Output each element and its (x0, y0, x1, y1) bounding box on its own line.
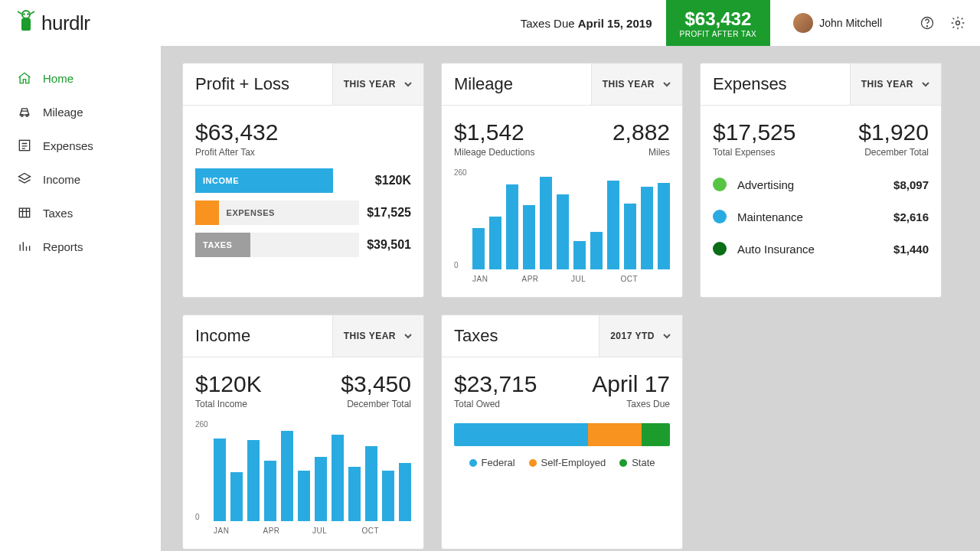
sidebar-item-reports[interactable]: Reports (0, 230, 161, 263)
sidebar-item-taxes[interactable]: Taxes (0, 196, 161, 230)
chart-bar (382, 471, 394, 521)
chart-bar (315, 457, 327, 521)
sidebar-item-expenses[interactable]: Expenses (0, 129, 161, 162)
chart-bar (298, 471, 310, 521)
logo[interactable]: hurdlr (15, 9, 90, 37)
chevron-down-icon (662, 80, 671, 89)
svg-point-8 (26, 115, 28, 117)
tax-segment-federal (454, 423, 588, 446)
legend-item: Federal (469, 457, 515, 468)
legend-item: Self-Employed (529, 457, 606, 468)
chart-bar (489, 217, 501, 269)
pl-row-income: INCOME$120K (195, 168, 411, 193)
pl-row-taxes: TAXES$39,501 (195, 233, 411, 257)
sidebar-item-label: Expenses (43, 139, 93, 152)
logo-text: hurdlr (41, 11, 90, 35)
sidebar-item-label: Mileage (43, 106, 83, 119)
total-income-value: $120K (195, 371, 262, 397)
topbar: hurdlr Taxes Due April 15, 2019 $63,432 … (0, 0, 980, 46)
mileage-chart: 2600JANAPRJULOCT (454, 168, 670, 283)
expense-item[interactable]: Advertising$8,097 (713, 168, 929, 201)
sidebar-item-label: Taxes (43, 207, 73, 220)
chart-bar (281, 431, 293, 521)
range-selector[interactable]: THIS YEAR (850, 64, 941, 105)
svg-point-5 (927, 26, 928, 27)
chart-bar (658, 183, 670, 269)
card-taxes: Taxes 2017 YTD $23,715 Total Owed April … (441, 315, 683, 549)
taxes-due-date: April 17 (592, 371, 670, 397)
chart-bar (590, 232, 603, 269)
category-dot (713, 178, 727, 191)
profit-amount: $63,432 (680, 10, 757, 28)
range-selector[interactable]: THIS YEAR (332, 315, 423, 357)
sidebar-item-label: Income (43, 173, 80, 186)
tax-legend: FederalSelf-EmployedState (454, 457, 670, 468)
profit-label: PROFIT AFTER TAX (680, 30, 757, 38)
total-expenses-value: $17,525 (713, 119, 795, 145)
chart-bar (247, 440, 260, 521)
chart-bar (607, 181, 619, 269)
logo-icon (15, 9, 37, 37)
card-mileage: Mileage THIS YEAR $1,542 Mileage Deducti… (441, 63, 683, 298)
svg-rect-0 (21, 18, 31, 31)
sidebar-item-income[interactable]: Income (0, 162, 161, 196)
chart-bar (557, 194, 569, 269)
chevron-down-icon (403, 331, 413, 341)
chart-bar (348, 467, 361, 521)
category-dot (713, 210, 727, 223)
profit-value: $63,432 (195, 119, 411, 145)
chart-bar (641, 187, 653, 269)
chart-bar (506, 184, 518, 269)
card-title: Mileage (442, 64, 591, 105)
chart-bar (624, 204, 636, 269)
expenses-icon (17, 138, 32, 153)
chart-bar (540, 177, 552, 269)
avatar (793, 13, 813, 33)
month-income-value: $3,450 (341, 371, 411, 397)
chart-bar (472, 228, 485, 269)
total-owed-value: $23,715 (454, 371, 537, 397)
chevron-down-icon (403, 80, 413, 89)
chart-bar (214, 439, 226, 521)
reports-icon (17, 239, 32, 254)
sidebar-item-mileage[interactable]: Mileage (0, 95, 161, 129)
expense-item[interactable]: Maintenance$2,616 (713, 201, 929, 233)
profit-value-label: Profit After Tax (195, 147, 411, 158)
chart-bar (365, 446, 377, 521)
legend-item: State (619, 457, 655, 468)
chart-bar (523, 205, 535, 269)
svg-point-2 (23, 13, 25, 15)
mileage-deductions-value: $1,542 (454, 119, 534, 145)
svg-rect-10 (19, 208, 29, 217)
gear-icon[interactable] (949, 15, 966, 31)
sidebar-item-label: Home (43, 72, 74, 85)
chart-bar (399, 463, 411, 521)
expense-item[interactable]: Auto Insurance$1,440 (713, 233, 929, 265)
tax-breakdown-bar (454, 423, 670, 446)
tax-segment-self-employed (588, 423, 642, 446)
chart-bar (230, 472, 243, 521)
sidebar-item-label: Reports (43, 240, 83, 253)
mileage-icon (17, 104, 32, 119)
profit-after-tax-badge[interactable]: $63,432 PROFIT AFTER TAX (666, 0, 771, 46)
svg-point-3 (27, 13, 29, 15)
category-dot (713, 242, 727, 256)
range-selector[interactable]: 2017 YTD (599, 315, 682, 357)
card-title: Taxes (442, 315, 599, 357)
month-expenses-value: $1,920 (858, 119, 929, 145)
sidebar-item-home[interactable]: Home (0, 61, 161, 95)
dashboard-content: Profit + Loss THIS YEAR $63,432 Profit A… (161, 46, 980, 551)
card-income: Income THIS YEAR $120K Total Income $3,4… (182, 315, 424, 549)
range-selector[interactable]: THIS YEAR (591, 64, 682, 105)
range-selector[interactable]: THIS YEAR (332, 64, 423, 105)
svg-point-6 (956, 21, 960, 25)
user-name: John Mitchell (819, 17, 882, 29)
sidebar: HomeMileageExpensesIncomeTaxesReports (0, 46, 161, 551)
help-icon[interactable] (919, 15, 936, 31)
chart-bar (332, 435, 344, 521)
current-user[interactable]: John Mitchell (793, 13, 882, 33)
card-profit-loss: Profit + Loss THIS YEAR $63,432 Profit A… (182, 63, 424, 298)
card-title: Income (183, 315, 332, 357)
card-title: Profit + Loss (183, 64, 332, 105)
svg-point-7 (21, 115, 23, 117)
